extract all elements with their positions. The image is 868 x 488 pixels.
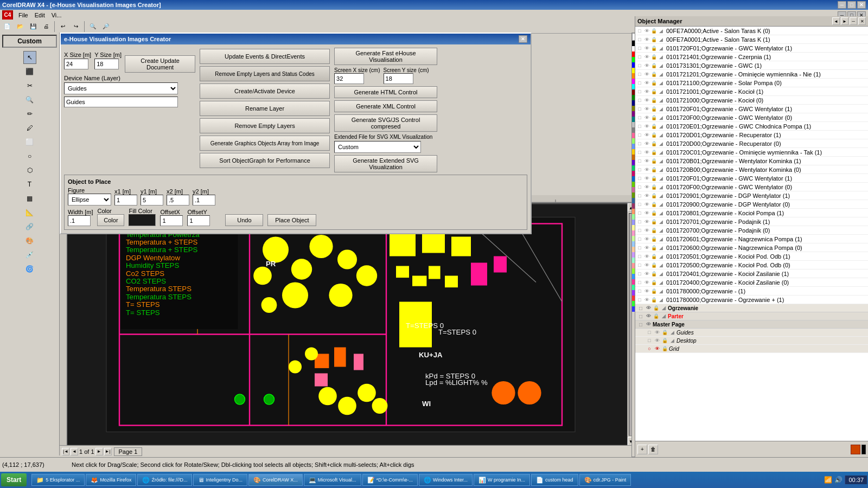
update-events-btn[interactable]: Update Events & DirectEvents — [200, 49, 330, 64]
object-item[interactable]: □👁🔒◢ 0101720F00;Ogrzewanie - GWC Wentyla… — [635, 183, 868, 191]
figure-select[interactable]: Ellipse — [68, 194, 111, 206]
object-item[interactable]: □👁🔒◢ 0101720401;Ogrzewanie - Kocioł Zasi… — [635, 269, 868, 278]
menu-edit[interactable]: Edit — [31, 11, 48, 20]
canvas-area[interactable]: meters — [60, 195, 635, 457]
screen-x-input[interactable] — [334, 73, 364, 84]
object-item[interactable]: □👁🔒◢ 0101721001;Ogrzewanie - Kocioł (1) — [635, 87, 868, 96]
gen-graphics-btn[interactable]: Generate Graphics Objects Array from Ima… — [200, 136, 330, 151]
tb-new[interactable]: 📄 — [1, 21, 13, 33]
object-item[interactable]: □👁🔒◢ 0101720600;Ogrzewanie - Nagrzewnica… — [635, 243, 868, 252]
object-item[interactable]: □👁🔒◢ 0101780000;Ogrzewanie - (1) — [635, 287, 868, 296]
object-item[interactable]: □👁🔒◢ 0101720F01;Ogrzewanie - GWC Wentyla… — [635, 174, 868, 183]
object-item[interactable]: □👁🔒◢ 0101721000;Ogrzewanie - Kocioł (0) — [635, 96, 868, 105]
object-item[interactable]: □👁🔒◢ 0101720C01;Ogrzewanie - Ominięcie w… — [635, 148, 868, 157]
page-first-btn[interactable]: |◄ — [62, 448, 69, 455]
gen-html-btn[interactable]: Generate HTML Control — [334, 86, 437, 98]
panel-arrow-left[interactable]: ◄ — [832, 17, 840, 25]
object-item[interactable]: □👁🔒◢ 0101731301;Ogrzewanie - GWC (1) — [635, 61, 868, 70]
object-item[interactable]: □👁🔒◢ 0101720B01;Ogrzewanie - Wentylator … — [635, 157, 868, 165]
menu-view[interactable]: Vi... — [48, 11, 65, 20]
layer-master-page[interactable]: □ 👁 Master Page — [635, 320, 868, 329]
layer-parter[interactable]: □ 👁 🔒 ◢ Parter — [635, 312, 868, 320]
tool-rect[interactable]: ⬜ — [23, 136, 36, 149]
taskbar-ehouse[interactable]: 📝*D:\e-Comm\e-... — [362, 474, 418, 486]
x1-input[interactable] — [114, 195, 137, 206]
offsetx-input[interactable] — [160, 215, 183, 226]
tool-zoom[interactable]: 🔍 — [23, 93, 36, 106]
object-item[interactable]: □👁🔒◢ 0101720F00;Ogrzewanie - GWC Wentyla… — [635, 113, 868, 122]
page-next-btn[interactable]: ► — [95, 448, 103, 455]
taskbar-firefox[interactable]: 🦊Mozilla Firefox — [86, 474, 136, 486]
canvas-inner[interactable]: Temperatura Powietrza Temperatura + STEP… — [67, 203, 627, 446]
taskbar-source[interactable]: 🌐Źródło: file:///D... — [137, 474, 192, 486]
color-btn[interactable]: Color — [97, 214, 124, 226]
object-item[interactable]: □👁🔒◢ 0101721100;Ogrzewanie - Solar Pompa… — [635, 79, 868, 87]
object-item[interactable]: □👁🔒◢ 0101720900;Ogrzewanie - DGP Wentyla… — [635, 200, 868, 209]
device-name-field[interactable] — [64, 97, 178, 107]
page-name-tab[interactable]: Page 1 — [114, 447, 143, 456]
tb-open[interactable]: 📂 — [14, 21, 26, 33]
plugin-close-btn[interactable]: ✕ — [519, 35, 527, 43]
panel-close[interactable]: ✕ — [858, 17, 866, 25]
outer-minimize-btn[interactable]: ─ — [838, 1, 846, 9]
object-item[interactable]: □👁🔒◢ 0101720D00;Ogrzewanie - Recuperator… — [635, 139, 868, 148]
create-activate-btn[interactable]: Create/Activate Device — [200, 84, 330, 99]
tool-smart[interactable]: 🖊 — [23, 121, 36, 134]
sort-objectgraph-btn[interactable]: Sort ObjectGraph for Performance — [200, 153, 330, 168]
object-item[interactable]: □👁🔒◢ 0101720F01;Ogrzewanie - GWC Wentyla… — [635, 105, 868, 113]
taskbar-paint[interactable]: 🎨cdr.JPG - Paint — [579, 474, 631, 486]
object-item[interactable]: □👁🔒◢ 00FE7A0001;Active - Salon Taras K (… — [635, 35, 868, 44]
object-list[interactable]: □👁🔒◢ 00FE7A0000;Active - Salon Taras K (… — [635, 27, 868, 441]
object-item[interactable]: □👁🔒◢ 0101721201;Ogrzewanie - Ominięcie w… — [635, 70, 868, 79]
object-item[interactable]: □👁🔒◢ 0101720700;Ogrzewanie - Podajnik (0… — [635, 226, 868, 235]
tool-select[interactable]: ↖ — [23, 51, 36, 64]
y1-input[interactable] — [141, 195, 163, 206]
tb-zoom-in[interactable]: 🔍 — [87, 21, 99, 33]
taskbar-w-programie[interactable]: 📊W programie In... — [474, 474, 530, 486]
outer-maximize-btn[interactable]: □ — [847, 1, 856, 9]
object-item[interactable]: □👁🔒◢ 0101720701;Ogrzewanie - Podajnik (1… — [635, 217, 868, 226]
width-input[interactable] — [68, 215, 91, 226]
sublayer-desktop[interactable]: □ 👁 🔒 ◢ Desktop — [635, 337, 868, 345]
sublayer-guides[interactable]: □ 👁 🔒 ◢ Guides — [635, 329, 868, 337]
panel-delete-btn[interactable]: 🗑 — [648, 445, 658, 454]
object-item[interactable]: □👁🔒◢ 0101720901;Ogrzewanie - DGP Wentyla… — [635, 191, 868, 200]
tool-eyedropper[interactable]: 💉 — [23, 248, 36, 261]
remove-empty-status-btn[interactable]: Remove Empty Layers and Status Codes — [200, 66, 330, 81]
offsety-input[interactable] — [187, 215, 210, 226]
object-item[interactable]: □👁🔒◢ 0101720400;Ogrzewanie - Kocioł Zasi… — [635, 278, 868, 287]
tool-shape[interactable]: ⬛ — [23, 65, 36, 78]
page-last-btn[interactable]: ►| — [104, 448, 112, 455]
create-update-btn[interactable]: Create Update Document — [125, 55, 195, 73]
start-button[interactable]: Start — [1, 473, 27, 486]
y2-input[interactable] — [193, 195, 215, 206]
place-object-btn[interactable]: Place Object — [267, 214, 316, 226]
object-item[interactable]: □👁🔒◢ 0101720F01;Ogrzewanie - GWC Wentyla… — [635, 44, 868, 53]
taskbar-inteligentny[interactable]: 🖥Inteligentny Do... — [193, 474, 247, 486]
tool-interactive[interactable]: 🌀 — [23, 262, 36, 275]
extended-select[interactable]: Custom — [334, 141, 421, 153]
object-item[interactable]: □👁🔒◢ 0101720601;Ogrzewanie - Nagrzewnica… — [635, 235, 868, 243]
sublayer-grid[interactable]: ○ 👁 🔒 Grid — [635, 345, 868, 353]
tool-text[interactable]: T — [23, 178, 36, 191]
gen-xml-btn[interactable]: Generate XML Control — [334, 100, 437, 112]
remove-empty-btn[interactable]: Remove Empty Layers — [200, 118, 330, 133]
tb-redo[interactable]: ↪ — [70, 21, 82, 33]
tool-crop[interactable]: ✂ — [23, 79, 36, 92]
tool-freehand[interactable]: ✏ — [23, 107, 36, 120]
panel-arrow-right[interactable]: ► — [841, 17, 848, 25]
object-item[interactable]: □👁🔒◢ 0101720500;Ogrzewanie - Kocioł Pod.… — [635, 261, 868, 269]
taskbar-windows-internet[interactable]: 🌐Windows Inter... — [419, 474, 473, 486]
x-size-input[interactable] — [64, 59, 88, 69]
object-item[interactable]: □👁🔒◢ 0101721401;Ogrzewanie - Czerpnia (1… — [635, 53, 868, 61]
gen-svg-btn[interactable]: Generate SVG/JS Control compresed — [334, 114, 437, 132]
rename-layer-btn[interactable]: Rename Layer — [200, 101, 330, 116]
fill-color-swatch[interactable] — [129, 214, 156, 226]
object-item[interactable]: □👁🔒◢ 0101780000;Ogrzewanie - Ogrzewanie … — [635, 296, 868, 304]
taskbar-custom-head[interactable]: 📄custom head — [531, 474, 578, 486]
gen-extended-btn[interactable]: Generate Extended SVG Visualization — [334, 155, 437, 172]
tb-undo[interactable]: ↩ — [57, 21, 69, 33]
object-item[interactable]: □👁🔒◢ 0101720D01;Ogrzewanie - Recuperator… — [635, 131, 868, 139]
object-item[interactable]: □👁🔒◢ 00FE7A0000;Active - Salon Taras K (… — [635, 27, 868, 35]
tool-table[interactable]: ▦ — [23, 192, 36, 205]
